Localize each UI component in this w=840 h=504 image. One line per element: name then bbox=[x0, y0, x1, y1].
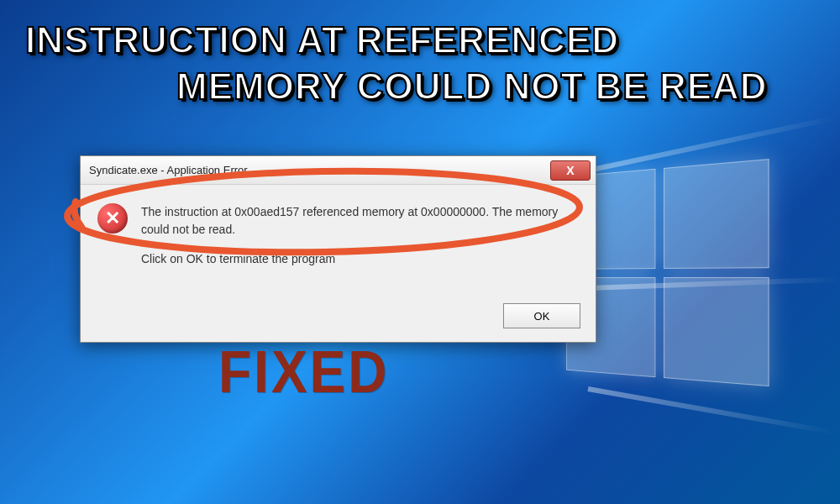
dialog-body: ✕ The instruction at 0x00aed157 referenc… bbox=[81, 185, 596, 295]
dialog-message: The instruction at 0x00aed157 referenced… bbox=[141, 203, 579, 280]
headline-line1: Instruction at Referenced bbox=[25, 19, 619, 60]
dialog-titlebar: Syndicate.exe - Application Error X bbox=[81, 156, 596, 185]
dialog-message-line2: Click on OK to terminate the program bbox=[141, 250, 579, 268]
fixed-stamp: FIXED bbox=[218, 338, 389, 406]
dialog-message-line1: The instruction at 0x00aed157 referenced… bbox=[141, 203, 579, 239]
windows-logo-background bbox=[566, 158, 779, 396]
close-icon: X bbox=[566, 164, 574, 177]
error-icon-wrap: ✕ bbox=[97, 203, 128, 280]
dialog-footer: OK bbox=[81, 295, 596, 342]
close-button[interactable]: X bbox=[550, 160, 591, 181]
dialog-title: Syndicate.exe - Application Error bbox=[89, 164, 248, 176]
error-icon: ✕ bbox=[97, 203, 128, 234]
headline-text: Instruction at Referenced Memory Could N… bbox=[25, 17, 823, 109]
light-ray bbox=[587, 386, 836, 435]
headline-line2: Memory Could Not Be Read bbox=[25, 63, 823, 109]
ok-button[interactable]: OK bbox=[503, 303, 580, 328]
error-dialog: Syndicate.exe - Application Error X ✕ Th… bbox=[80, 155, 596, 343]
